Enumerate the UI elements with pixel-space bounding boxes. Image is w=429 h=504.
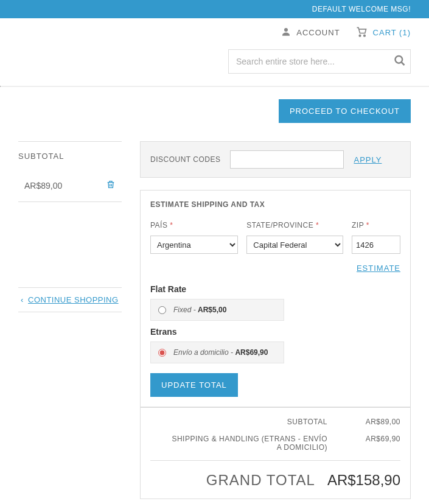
shipping-methods: Flat Rate Fixed - AR$5,00 Etrans Envío a… bbox=[150, 284, 400, 363]
flat-rate-radio[interactable] bbox=[158, 306, 166, 314]
svg-point-0 bbox=[284, 28, 288, 32]
etrans-title: Etrans bbox=[150, 327, 400, 337]
trash-icon bbox=[106, 179, 116, 190]
etrans-option[interactable]: Envío a domicilio - AR$69,90 bbox=[150, 341, 284, 363]
discount-code-input[interactable] bbox=[230, 150, 344, 169]
sidebar-subtotal-label: SUBTOTAL bbox=[18, 152, 122, 161]
cart-icon bbox=[355, 26, 368, 40]
remove-item-button[interactable] bbox=[106, 179, 116, 192]
etrans-radio[interactable] bbox=[158, 349, 166, 357]
svg-point-1 bbox=[359, 35, 361, 36]
totals-shipping-line: SHIPPING & HANDLING (ETRANS - ENVÍO A DO… bbox=[150, 435, 400, 452]
header: ACCOUNT CART (1) bbox=[0, 18, 429, 86]
estimate-button[interactable]: ESTIMATE bbox=[357, 264, 400, 273]
svg-point-2 bbox=[363, 35, 365, 36]
proceed-checkout-button[interactable]: PROCEED TO CHECKOUT bbox=[279, 99, 411, 123]
discount-panel: DISCOUNT CODES APPLY bbox=[140, 141, 411, 178]
header-links: ACCOUNT CART (1) bbox=[18, 26, 411, 40]
checkout-row: PROCEED TO CHECKOUT bbox=[18, 99, 411, 123]
cart-link[interactable]: CART (1) bbox=[355, 26, 411, 40]
search-button[interactable] bbox=[394, 55, 406, 69]
zip-input[interactable] bbox=[352, 236, 400, 254]
country-label: PAÍS * bbox=[150, 221, 238, 229]
columns: SUBTOTAL AR$89,00 CONTINUE SHOPPING DISC… bbox=[18, 141, 411, 499]
grand-total-line: GRAND TOTAL AR$158,90 bbox=[150, 460, 400, 489]
search-box bbox=[228, 49, 411, 74]
search-icon bbox=[394, 55, 406, 67]
account-label: ACCOUNT bbox=[296, 28, 340, 37]
svg-line-4 bbox=[402, 62, 405, 65]
top-welcome-bar: DEFAULT WELCOME MSG! bbox=[0, 0, 429, 18]
welcome-message: DEFAULT WELCOME MSG! bbox=[312, 5, 411, 13]
totals-shipping-value: AR$69,90 bbox=[346, 435, 400, 452]
apply-button[interactable]: APPLY bbox=[354, 155, 382, 164]
main: PROCEED TO CHECKOUT SUBTOTAL AR$89,00 CO… bbox=[0, 87, 429, 504]
account-link[interactable]: ACCOUNT bbox=[281, 26, 340, 39]
zip-label: ZIP * bbox=[352, 221, 400, 229]
search-wrap bbox=[18, 49, 411, 74]
sidebar-subtotal-value: AR$89,00 bbox=[24, 181, 62, 191]
totals-subtotal-value: AR$89,00 bbox=[346, 418, 400, 426]
zip-field: ZIP * bbox=[352, 221, 400, 254]
country-field: PAÍS * Argentina bbox=[150, 221, 238, 254]
etrans-label: Envío a domicilio - AR$69,90 bbox=[173, 348, 268, 357]
search-input[interactable] bbox=[228, 49, 411, 74]
shipping-panel: ESTIMATE SHIPPING AND TAX PAÍS * Argenti… bbox=[140, 190, 411, 407]
cart-label: CART (1) bbox=[373, 28, 411, 37]
continue-shopping-link[interactable]: CONTINUE SHOPPING bbox=[18, 287, 122, 312]
discount-label: DISCOUNT CODES bbox=[150, 155, 220, 164]
totals-subtotal-line: SUBTOTAL AR$89,00 bbox=[150, 418, 400, 426]
flat-rate-option[interactable]: Fixed - AR$5,00 bbox=[150, 299, 284, 321]
update-total-button[interactable]: UPDATE TOTAL bbox=[150, 373, 238, 397]
content: DISCOUNT CODES APPLY ESTIMATE SHIPPING A… bbox=[140, 141, 411, 499]
grand-total-value: AR$158,90 bbox=[327, 472, 400, 489]
country-select[interactable]: Argentina bbox=[150, 236, 238, 254]
totals-subtotal-label: SUBTOTAL bbox=[287, 418, 327, 426]
totals-shipping-label: SHIPPING & HANDLING (ETRANS - ENVÍO A DO… bbox=[169, 435, 327, 452]
subtotal-row: AR$89,00 bbox=[18, 179, 122, 192]
totals-panel: SUBTOTAL AR$89,00 SHIPPING & HANDLING (E… bbox=[140, 407, 411, 499]
state-field: STATE/PROVINCE * Capital Federal bbox=[246, 221, 343, 254]
state-select[interactable]: Capital Federal bbox=[246, 236, 343, 254]
sidebar: SUBTOTAL AR$89,00 CONTINUE SHOPPING bbox=[18, 141, 122, 499]
grand-total-label: GRAND TOTAL bbox=[206, 472, 315, 489]
flat-rate-label: Fixed - AR$5,00 bbox=[173, 306, 226, 314]
flat-rate-title: Flat Rate bbox=[150, 284, 400, 294]
svg-point-3 bbox=[396, 56, 403, 63]
user-icon bbox=[281, 26, 291, 39]
state-label: STATE/PROVINCE * bbox=[246, 221, 343, 229]
estimate-row: ESTIMATE bbox=[150, 262, 400, 273]
shipping-heading: ESTIMATE SHIPPING AND TAX bbox=[150, 200, 400, 209]
shipping-form-row: PAÍS * Argentina STATE/PROVINCE * Capita… bbox=[150, 221, 400, 254]
sidebar-subtotal-block: SUBTOTAL AR$89,00 bbox=[18, 141, 122, 202]
